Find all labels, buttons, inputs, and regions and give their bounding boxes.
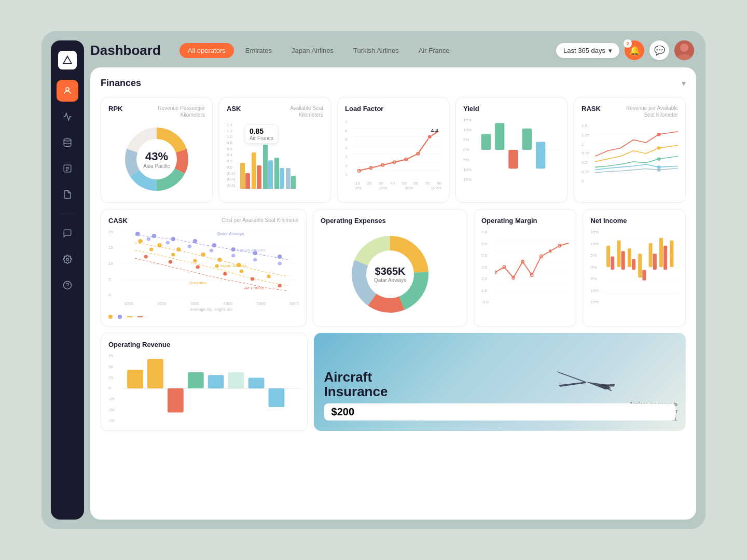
sidebar-item-settings[interactable] (57, 248, 78, 270)
svg-point-76 (149, 248, 153, 251)
svg-point-72 (210, 249, 213, 253)
svg-text:Japan Airlines: Japan Airlines (219, 263, 246, 268)
svg-point-47 (657, 157, 660, 160)
sidebar-item-database[interactable] (57, 132, 78, 153)
nav-pills: All operators Emirates Japan Airlines Tu… (179, 43, 458, 58)
dashboard: Finances ▾ RPK Revenue PassengerKilomete… (90, 67, 696, 520)
notification-badge: 2 (624, 39, 632, 48)
svg-text:Air France: Air France (244, 286, 265, 290)
svg-point-64 (157, 243, 161, 247)
nav-pill-turkish[interactable]: Turkish Airlines (345, 43, 407, 58)
svg-point-82 (144, 255, 147, 259)
svg-rect-129 (664, 246, 668, 270)
main-content: Dashboard All operators Emirates Japan A… (90, 40, 696, 520)
rask-header: RASK Revenue per AvailableSeat Kilometer (582, 105, 678, 118)
chevron-down-icon: ▾ (608, 47, 612, 54)
sidebar-item-reports[interactable] (57, 158, 78, 179)
svg-point-111 (549, 249, 552, 253)
nav-pill-emirates[interactable]: Emirates (237, 43, 280, 58)
row-2: CASK Cost per Available Seat Kilometer 2… (101, 209, 686, 327)
finances-title: Finances (101, 78, 141, 89)
row-3: Operating Revenue 75 50 25 0 -25 -50 -75 (101, 333, 686, 431)
svg-text:4.4: 4.4 (431, 128, 439, 133)
operating-revenue-title: Operating Revenue (108, 341, 300, 348)
svg-rect-120 (617, 241, 621, 267)
app-logo (58, 51, 77, 69)
svg-point-12 (680, 44, 688, 52)
svg-point-69 (147, 237, 150, 241)
svg-point-67 (217, 258, 222, 262)
svg-point-8 (66, 258, 69, 261)
svg-point-59 (212, 243, 216, 247)
sidebar-item-documents[interactable] (57, 184, 78, 205)
svg-point-70 (166, 241, 170, 245)
svg-point-84 (196, 265, 200, 269)
insurance-card: AircraftInsurance $200 Airplane insuranc… (314, 333, 686, 431)
rpk-header: RPK Revenue PassengerKilometers (108, 105, 205, 118)
cask-card: CASK Cost per Available Seat Kilometer 2… (101, 209, 307, 327)
svg-point-49 (657, 168, 660, 171)
rpk-chart: 43% Asia Pacific (108, 121, 205, 195)
svg-point-85 (223, 272, 227, 276)
svg-rect-132 (127, 370, 143, 388)
insurance-title: AircraftInsurance (324, 370, 675, 399)
svg-rect-138 (248, 377, 265, 388)
svg-point-3 (64, 139, 71, 142)
svg-point-46 (657, 146, 660, 149)
svg-point-81 (267, 275, 270, 278)
nav-pill-japan[interactable]: Japan Airlines (283, 43, 342, 58)
svg-rect-136 (208, 375, 224, 388)
rpk-subtitle: Revenue PassengerKilometers (158, 105, 205, 118)
net-income-card: Net Income 15% 10% 5% 0% 5% 10% 15% (583, 209, 686, 327)
cask-subtitle: Cost per Available Seat Kilometer (222, 217, 299, 223)
svg-rect-36 (495, 123, 504, 150)
svg-rect-135 (188, 372, 204, 388)
svg-rect-123 (632, 259, 635, 270)
collapse-icon[interactable]: ▾ (682, 78, 686, 88)
svg-point-2 (66, 88, 69, 91)
sidebar-item-analytics[interactable] (57, 106, 78, 128)
sidebar-item-profile[interactable] (57, 80, 78, 102)
ask-title: ASK (227, 105, 241, 113)
svg-point-71 (188, 245, 191, 248)
svg-point-83 (169, 260, 172, 264)
chat-button[interactable]: 💬 (649, 40, 669, 60)
svg-rect-38 (522, 129, 532, 150)
user-avatar[interactable] (674, 40, 694, 60)
svg-rect-121 (621, 251, 625, 270)
opex-card: Operating Expenses $365K Qatar A (313, 209, 467, 327)
date-range-picker[interactable]: Last 365 days ▾ (556, 43, 619, 58)
svg-rect-126 (649, 243, 653, 267)
svg-rect-118 (607, 246, 611, 267)
yield-title: Yield (463, 105, 560, 113)
svg-point-65 (176, 247, 181, 251)
cask-title: CASK (108, 217, 128, 225)
svg-point-55 (135, 232, 140, 236)
svg-rect-137 (228, 372, 244, 388)
sidebar-item-help[interactable] (57, 274, 78, 296)
svg-point-32 (427, 135, 432, 139)
nav-pill-airfrance[interactable]: Air France (410, 43, 458, 58)
rask-title: RASK (582, 105, 601, 113)
header-right: Last 365 days ▾ 2 🔔 💬 (556, 40, 694, 60)
svg-point-56 (152, 234, 156, 238)
load-factor-card: Load Factor 7 6 5 4 3 2 1 (337, 97, 449, 203)
notification-button[interactable]: 2 🔔 (625, 40, 644, 60)
svg-rect-124 (639, 254, 642, 277)
rpk-value: 43% Asia Pacific (143, 150, 170, 169)
operating-margin-card: Operating Margin 7.0 5.0 5.0 3.0 2.0 1.0… (474, 209, 577, 327)
svg-point-86 (251, 277, 254, 281)
sidebar-item-messages[interactable] (57, 222, 78, 244)
svg-point-79 (215, 264, 218, 268)
operating-revenue-card: Operating Revenue 75 50 25 0 -25 -50 -75 (101, 333, 308, 431)
finances-header: Finances ▾ (101, 78, 686, 89)
net-income-title: Net Income (590, 217, 678, 225)
svg-rect-128 (659, 237, 663, 267)
nav-pill-all[interactable]: All operators (179, 43, 234, 58)
svg-rect-35 (481, 134, 491, 150)
header: Dashboard All operators Emirates Japan A… (90, 40, 696, 67)
svg-rect-139 (269, 388, 285, 407)
svg-rect-130 (670, 241, 674, 267)
svg-rect-119 (611, 256, 615, 270)
rask-subtitle: Revenue per AvailableSeat Kilometer (626, 105, 678, 118)
